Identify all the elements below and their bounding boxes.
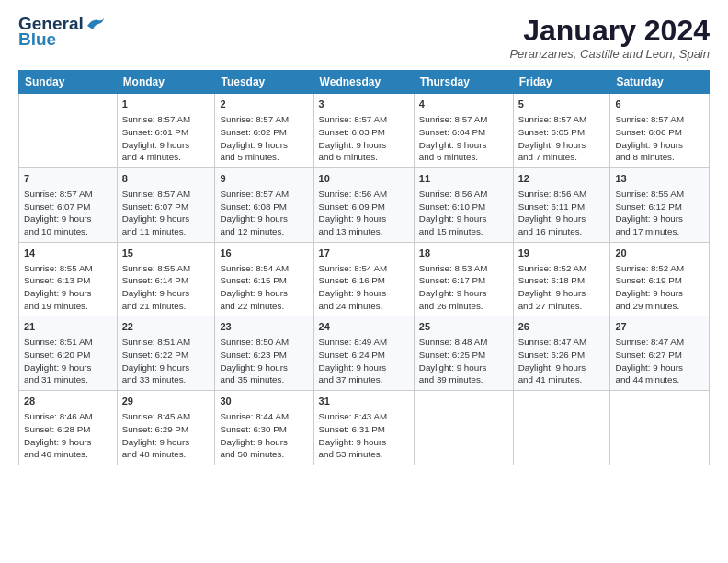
calendar-week-row: 14Sunrise: 8:55 AM Sunset: 6:13 PM Dayli…: [19, 242, 710, 316]
header-monday: Monday: [117, 71, 215, 94]
day-info: Sunrise: 8:57 AM Sunset: 6:06 PM Dayligh…: [615, 113, 704, 164]
table-row: 11Sunrise: 8:56 AM Sunset: 6:10 PM Dayli…: [414, 167, 513, 242]
header-thursday: Thursday: [414, 71, 513, 94]
day-info: Sunrise: 8:55 AM Sunset: 6:12 PM Dayligh…: [615, 188, 704, 238]
day-number: 27: [615, 320, 704, 335]
day-info: Sunrise: 8:54 AM Sunset: 6:15 PM Dayligh…: [220, 262, 308, 313]
table-row: 4Sunrise: 8:57 AM Sunset: 6:04 PM Daylig…: [414, 94, 513, 168]
day-number: 28: [24, 395, 112, 409]
day-number: 9: [220, 172, 308, 187]
day-number: 24: [319, 320, 409, 335]
day-number: 19: [518, 247, 606, 261]
header-wednesday: Wednesday: [313, 71, 414, 94]
day-number: 21: [24, 320, 112, 335]
day-number: 20: [615, 247, 704, 261]
day-number: 15: [122, 247, 210, 261]
day-number: 18: [419, 247, 508, 261]
day-info: Sunrise: 8:51 AM Sunset: 6:20 PM Dayligh…: [24, 336, 112, 386]
day-number: 11: [419, 172, 508, 187]
table-row: [610, 391, 710, 465]
header-tuesday: Tuesday: [215, 71, 313, 94]
page: General Blue January 2024 Peranzanes, Ca…: [0, 0, 728, 563]
day-number: 7: [24, 172, 112, 187]
day-info: Sunrise: 8:57 AM Sunset: 6:01 PM Dayligh…: [122, 113, 210, 164]
table-row: 28Sunrise: 8:46 AM Sunset: 6:28 PM Dayli…: [19, 391, 118, 465]
calendar-body: 1Sunrise: 8:57 AM Sunset: 6:01 PM Daylig…: [19, 94, 710, 465]
day-number: 29: [122, 395, 210, 409]
table-row: 29Sunrise: 8:45 AM Sunset: 6:29 PM Dayli…: [117, 391, 215, 465]
day-info: Sunrise: 8:55 AM Sunset: 6:13 PM Dayligh…: [24, 262, 112, 313]
day-number: 3: [319, 98, 409, 112]
calendar-header-row: Sunday Monday Tuesday Wednesday Thursday…: [19, 71, 710, 94]
day-number: 1: [122, 98, 210, 112]
logo-bird-icon: [85, 17, 106, 31]
day-info: Sunrise: 8:57 AM Sunset: 6:07 PM Dayligh…: [24, 188, 112, 238]
day-number: 2: [220, 98, 308, 112]
day-number: 12: [518, 172, 606, 187]
table-row: 10Sunrise: 8:56 AM Sunset: 6:09 PM Dayli…: [313, 167, 414, 242]
table-row: 13Sunrise: 8:55 AM Sunset: 6:12 PM Dayli…: [610, 167, 710, 242]
day-info: Sunrise: 8:49 AM Sunset: 6:24 PM Dayligh…: [319, 336, 409, 386]
day-info: Sunrise: 8:52 AM Sunset: 6:19 PM Dayligh…: [615, 262, 704, 313]
day-number: 10: [319, 172, 409, 187]
day-number: 26: [518, 320, 606, 335]
day-info: Sunrise: 8:57 AM Sunset: 6:02 PM Dayligh…: [220, 113, 308, 164]
location-subtitle: Peranzanes, Castille and Leon, Spain: [509, 47, 710, 61]
table-row: 12Sunrise: 8:56 AM Sunset: 6:11 PM Dayli…: [513, 167, 610, 242]
day-number: 25: [419, 320, 508, 335]
header-saturday: Saturday: [610, 71, 710, 94]
day-info: Sunrise: 8:53 AM Sunset: 6:17 PM Dayligh…: [419, 262, 508, 313]
day-number: 16: [220, 247, 308, 261]
day-info: Sunrise: 8:45 AM Sunset: 6:29 PM Dayligh…: [122, 410, 210, 461]
day-number: 14: [24, 247, 112, 261]
day-info: Sunrise: 8:48 AM Sunset: 6:25 PM Dayligh…: [419, 336, 508, 386]
day-number: 30: [220, 395, 308, 409]
table-row: 20Sunrise: 8:52 AM Sunset: 6:19 PM Dayli…: [610, 242, 710, 316]
calendar-week-row: 21Sunrise: 8:51 AM Sunset: 6:20 PM Dayli…: [19, 316, 710, 391]
table-row: 21Sunrise: 8:51 AM Sunset: 6:20 PM Dayli…: [19, 316, 118, 391]
day-info: Sunrise: 8:52 AM Sunset: 6:18 PM Dayligh…: [518, 262, 606, 313]
day-number: 4: [419, 98, 508, 112]
table-row: [414, 391, 513, 465]
table-row: 9Sunrise: 8:57 AM Sunset: 6:08 PM Daylig…: [215, 167, 313, 242]
calendar-week-row: 1Sunrise: 8:57 AM Sunset: 6:01 PM Daylig…: [19, 94, 710, 168]
day-number: 23: [220, 320, 308, 335]
day-number: 6: [615, 98, 704, 112]
calendar-week-row: 7Sunrise: 8:57 AM Sunset: 6:07 PM Daylig…: [19, 167, 710, 242]
day-number: 22: [122, 320, 210, 335]
calendar-week-row: 28Sunrise: 8:46 AM Sunset: 6:28 PM Dayli…: [19, 391, 710, 465]
day-info: Sunrise: 8:54 AM Sunset: 6:16 PM Dayligh…: [319, 262, 409, 313]
table-row: 5Sunrise: 8:57 AM Sunset: 6:05 PM Daylig…: [513, 94, 610, 168]
table-row: 24Sunrise: 8:49 AM Sunset: 6:24 PM Dayli…: [313, 316, 414, 391]
day-info: Sunrise: 8:57 AM Sunset: 6:04 PM Dayligh…: [419, 113, 508, 164]
header: General Blue January 2024 Peranzanes, Ca…: [18, 15, 710, 61]
day-info: Sunrise: 8:57 AM Sunset: 6:08 PM Dayligh…: [220, 188, 308, 238]
table-row: [19, 94, 118, 168]
table-row: 23Sunrise: 8:50 AM Sunset: 6:23 PM Dayli…: [215, 316, 313, 391]
day-info: Sunrise: 8:57 AM Sunset: 6:03 PM Dayligh…: [319, 113, 409, 164]
day-info: Sunrise: 8:47 AM Sunset: 6:26 PM Dayligh…: [518, 336, 606, 386]
header-friday: Friday: [513, 71, 610, 94]
logo-blue: Blue: [18, 30, 56, 48]
day-info: Sunrise: 8:46 AM Sunset: 6:28 PM Dayligh…: [24, 410, 112, 461]
table-row: 8Sunrise: 8:57 AM Sunset: 6:07 PM Daylig…: [117, 167, 215, 242]
table-row: [513, 391, 610, 465]
table-row: 31Sunrise: 8:43 AM Sunset: 6:31 PM Dayli…: [313, 391, 414, 465]
table-row: 17Sunrise: 8:54 AM Sunset: 6:16 PM Dayli…: [313, 242, 414, 316]
logo: General Blue: [18, 15, 106, 48]
day-info: Sunrise: 8:56 AM Sunset: 6:10 PM Dayligh…: [419, 188, 508, 238]
table-row: 14Sunrise: 8:55 AM Sunset: 6:13 PM Dayli…: [19, 242, 118, 316]
table-row: 30Sunrise: 8:44 AM Sunset: 6:30 PM Dayli…: [215, 391, 313, 465]
month-title: January 2024: [509, 15, 710, 47]
table-row: 26Sunrise: 8:47 AM Sunset: 6:26 PM Dayli…: [513, 316, 610, 391]
day-number: 17: [319, 247, 409, 261]
table-row: 19Sunrise: 8:52 AM Sunset: 6:18 PM Dayli…: [513, 242, 610, 316]
day-number: 8: [122, 172, 210, 187]
table-row: 6Sunrise: 8:57 AM Sunset: 6:06 PM Daylig…: [610, 94, 710, 168]
table-row: 25Sunrise: 8:48 AM Sunset: 6:25 PM Dayli…: [414, 316, 513, 391]
day-info: Sunrise: 8:47 AM Sunset: 6:27 PM Dayligh…: [615, 336, 704, 386]
table-row: 7Sunrise: 8:57 AM Sunset: 6:07 PM Daylig…: [19, 167, 118, 242]
day-info: Sunrise: 8:43 AM Sunset: 6:31 PM Dayligh…: [319, 410, 409, 461]
table-row: 1Sunrise: 8:57 AM Sunset: 6:01 PM Daylig…: [117, 94, 215, 168]
day-info: Sunrise: 8:57 AM Sunset: 6:07 PM Dayligh…: [122, 188, 210, 238]
